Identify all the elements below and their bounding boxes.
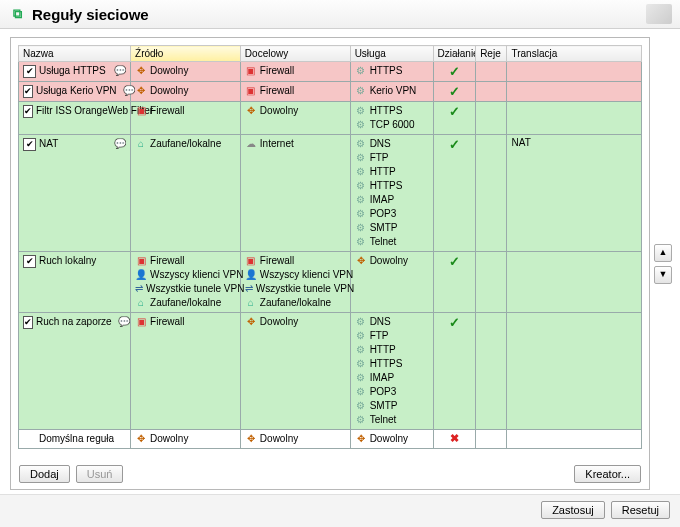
trusted-icon: ⌂	[245, 297, 257, 309]
action-cell[interactable]: ✓	[433, 102, 476, 135]
rule-name-cell[interactable]: ✔Filtr ISS OrangeWeb Filter	[19, 102, 131, 135]
rule-cell[interactable]: ▣Firewall	[131, 102, 241, 135]
rule-cell[interactable]: ✥Dowolny	[131, 82, 241, 102]
translation-cell[interactable]	[507, 62, 642, 82]
chat-icon: 💬	[114, 138, 126, 150]
cell-text: SMTP	[370, 221, 398, 235]
svc-icon: ⚙	[355, 105, 367, 117]
svc-icon: ⚙	[355, 222, 367, 234]
log-cell[interactable]	[476, 252, 507, 313]
rule-enabled-checkbox[interactable]: ✔	[23, 105, 33, 118]
column-header[interactable]: Źródło	[131, 46, 241, 62]
log-cell[interactable]	[476, 102, 507, 135]
remove-button[interactable]: Usuń	[76, 465, 124, 483]
rule-name-cell[interactable]: ✔Usługa HTTPS💬	[19, 62, 131, 82]
cell-text: Dowolny	[370, 254, 408, 268]
translation-cell[interactable]	[507, 313, 642, 430]
rule-cell[interactable]: ✥Dowolny	[240, 313, 350, 430]
rule-cell[interactable]: ✥Dowolny	[131, 62, 241, 82]
translation-cell[interactable]: NAT	[507, 135, 642, 252]
rule-cell[interactable]: ☁Internet	[240, 135, 350, 252]
rule-name-cell[interactable]: ✔Ruch lokalny	[19, 252, 131, 313]
any-icon: ✥	[135, 85, 147, 97]
cell-text: IMAP	[370, 193, 394, 207]
rule-cell[interactable]: ✥Dowolny	[131, 430, 241, 449]
rule-enabled-checkbox[interactable]: ✔	[23, 255, 36, 268]
rule-cell[interactable]: ⚙DNS⚙FTP⚙HTTP⚙HTTPS⚙IMAP⚙POP3⚙SMTP⚙Telne…	[350, 135, 433, 252]
firewall-icon: ▣	[245, 85, 257, 97]
rule-enabled-checkbox[interactable]: ✔	[23, 85, 33, 98]
firewall-icon: ▣	[245, 65, 257, 77]
table-row[interactable]: ✔Ruch na zaporze💬▣Firewall✥Dowolny⚙DNS⚙F…	[19, 313, 642, 430]
rule-cell[interactable]: ✥Dowolny	[350, 252, 433, 313]
rule-cell[interactable]: ▣Firewall	[131, 313, 241, 430]
rule-enabled-checkbox[interactable]: ✔	[23, 65, 36, 78]
firewall-icon: ▣	[245, 255, 257, 267]
rule-name-cell[interactable]: ✔Usługa Kerio VPN💬	[19, 82, 131, 102]
rule-cell[interactable]: ⌂Zaufane/lokalne	[131, 135, 241, 252]
reset-button[interactable]: Resetuj	[611, 501, 670, 519]
chat-icon: 💬	[123, 85, 135, 97]
allow-icon: ✓	[449, 315, 460, 330]
svc-icon: ⚙	[355, 400, 367, 412]
move-down-button[interactable]: ▼	[654, 266, 672, 284]
move-up-button[interactable]: ▲	[654, 244, 672, 262]
translation-cell[interactable]	[507, 82, 642, 102]
apply-button[interactable]: Zastosuj	[541, 501, 605, 519]
translation-cell[interactable]	[507, 102, 642, 135]
column-header[interactable]: Docelowy	[240, 46, 350, 62]
translation-cell[interactable]	[507, 252, 642, 313]
wizard-button[interactable]: Kreator...	[574, 465, 641, 483]
table-row[interactable]: ✔Ruch lokalny▣Firewall👤Wszyscy klienci V…	[19, 252, 642, 313]
add-button[interactable]: Dodaj	[19, 465, 70, 483]
rule-name-cell[interactable]: ✔NAT💬	[19, 135, 131, 252]
cell-text: Firewall	[150, 315, 184, 329]
cell-text: Firewall	[150, 104, 184, 118]
rule-cell[interactable]: ⚙HTTPS	[350, 62, 433, 82]
rule-cell[interactable]: ✥Dowolny	[240, 102, 350, 135]
table-row[interactable]: ✔Filtr ISS OrangeWeb Filter▣Firewall✥Dow…	[19, 102, 642, 135]
rule-cell[interactable]: ⚙HTTPS⚙TCP 6000	[350, 102, 433, 135]
rule-name-cell[interactable]: Domyślna reguła	[19, 430, 131, 449]
column-header[interactable]: Reje	[476, 46, 507, 62]
cell-text: Kerio VPN	[370, 84, 417, 98]
cell-text: HTTPS	[370, 357, 403, 371]
log-cell[interactable]	[476, 82, 507, 102]
cell-text: Zaufane/lokalne	[260, 296, 331, 310]
table-row[interactable]: ✔Usługa Kerio VPN💬✥Dowolny▣Firewall⚙Keri…	[19, 82, 642, 102]
table-row[interactable]: ✔Usługa HTTPS💬✥Dowolny▣Firewall⚙HTTPS✓	[19, 62, 642, 82]
column-header[interactable]: Translacja	[507, 46, 642, 62]
rule-enabled-checkbox[interactable]: ✔	[23, 316, 33, 329]
rule-cell[interactable]: ⚙DNS⚙FTP⚙HTTP⚙HTTPS⚙IMAP⚙POP3⚙SMTP⚙Telne…	[350, 313, 433, 430]
log-cell[interactable]	[476, 313, 507, 430]
translation-cell[interactable]	[507, 430, 642, 449]
allow-icon: ✓	[449, 137, 460, 152]
rule-cell[interactable]: ▣Firewall👤Wszyscy klienci VPN⇌Wszystkie …	[131, 252, 241, 313]
action-cell[interactable]: ✓	[433, 135, 476, 252]
rule-cell[interactable]: ▣Firewall	[240, 62, 350, 82]
cell-text: HTTPS	[370, 179, 403, 193]
rule-name-cell[interactable]: ✔Ruch na zaporze💬	[19, 313, 131, 430]
rule-cell[interactable]: ✥Dowolny	[350, 430, 433, 449]
log-cell[interactable]	[476, 135, 507, 252]
rule-cell[interactable]: ⚙Kerio VPN	[350, 82, 433, 102]
trusted-icon: ⌂	[135, 297, 147, 309]
action-cell[interactable]: ✓	[433, 313, 476, 430]
column-header[interactable]: Nazwa	[19, 46, 131, 62]
action-cell[interactable]: ✓	[433, 62, 476, 82]
rule-enabled-checkbox[interactable]: ✔	[23, 138, 36, 151]
action-cell[interactable]: ✖	[433, 430, 476, 449]
action-cell[interactable]: ✓	[433, 82, 476, 102]
log-cell[interactable]	[476, 62, 507, 82]
action-cell[interactable]: ✓	[433, 252, 476, 313]
rule-cell[interactable]: ▣Firewall	[240, 82, 350, 102]
column-header[interactable]: Usługa	[350, 46, 433, 62]
table-row[interactable]: ✔NAT💬⌂Zaufane/lokalne☁Internet⚙DNS⚙FTP⚙H…	[19, 135, 642, 252]
column-header[interactable]: Działanie	[433, 46, 476, 62]
rule-cell[interactable]: ✥Dowolny	[240, 430, 350, 449]
log-cell[interactable]	[476, 430, 507, 449]
rule-cell[interactable]: ▣Firewall👤Wszyscy klienci VPN⇌Wszystkie …	[240, 252, 350, 313]
firewall-icon: ▣	[135, 316, 147, 328]
svc-icon: ⚙	[355, 236, 367, 248]
table-row[interactable]: Domyślna reguła✥Dowolny✥Dowolny✥Dowolny✖	[19, 430, 642, 449]
